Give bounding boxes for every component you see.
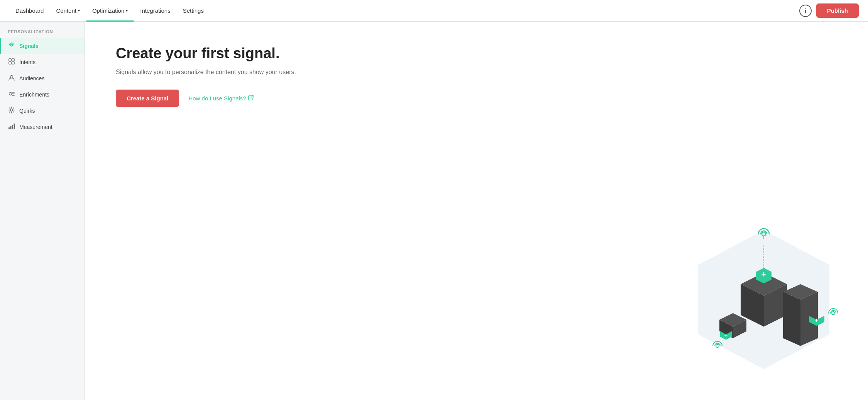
quirks-icon (8, 107, 15, 115)
sidebar-item-quirks[interactable]: Quirks (0, 103, 85, 119)
enrichments-icon (8, 90, 15, 99)
svg-rect-3 (9, 62, 11, 64)
help-link[interactable]: How do I use Signals? (188, 95, 253, 102)
nav-items: Dashboard Content ▾ Optimization ▾ Integ… (9, 0, 799, 22)
nav-label-integrations: Integrations (140, 7, 170, 14)
sidebar-item-measurement[interactable]: Measurement (0, 119, 85, 135)
create-signal-button[interactable]: Create a Signal (116, 90, 179, 107)
sidebar-label-measurement: Measurement (19, 124, 52, 130)
info-icon: i (805, 8, 806, 14)
chevron-down-icon: ▾ (78, 8, 80, 13)
svg-rect-1 (9, 59, 11, 61)
sidebar-item-signals[interactable]: Signals (0, 38, 85, 54)
page-heading: Create your first signal. (116, 45, 837, 63)
nav-item-content[interactable]: Content ▾ (50, 0, 86, 22)
svg-line-15 (9, 108, 10, 108)
svg-point-6 (9, 93, 12, 95)
svg-rect-22 (14, 124, 15, 129)
sidebar-label-signals: Signals (19, 43, 39, 49)
svg-rect-21 (12, 125, 13, 129)
publish-label: Publish (827, 7, 848, 14)
svg-marker-40 (783, 292, 800, 346)
info-button[interactable]: i (799, 5, 812, 17)
svg-rect-19 (8, 127, 10, 129)
chevron-down-icon: ▾ (126, 8, 128, 13)
nav-item-settings[interactable]: Settings (177, 0, 210, 22)
svg-text:+: + (815, 317, 819, 323)
svg-rect-4 (12, 62, 14, 64)
svg-point-0 (11, 44, 13, 46)
svg-line-16 (13, 112, 14, 112)
sidebar-label-enrichments: Enrichments (19, 92, 49, 98)
sidebar-item-enrichments[interactable]: Enrichments (0, 86, 85, 103)
publish-button[interactable]: Publish (816, 3, 859, 18)
svg-point-10 (10, 109, 13, 111)
svg-line-18 (9, 112, 10, 112)
sidebar-label-intents: Intents (19, 59, 36, 65)
nav-label-content: Content (56, 7, 76, 14)
sidebar: PERSONALIZATION Signals (0, 22, 85, 400)
nav-right: i Publish (799, 3, 859, 18)
svg-line-17 (13, 108, 14, 108)
sidebar-item-audiences[interactable]: Audiences (0, 70, 85, 86)
nav-label-dashboard: Dashboard (15, 7, 44, 14)
svg-point-44 (832, 312, 835, 315)
intents-icon (8, 58, 15, 66)
create-signal-label: Create a Signal (127, 95, 168, 102)
page-subtext: Signals allow you to personalize the con… (116, 69, 837, 76)
svg-rect-20 (10, 126, 12, 129)
sidebar-label-quirks: Quirks (19, 108, 35, 114)
nav-label-settings: Settings (183, 7, 204, 14)
signals-illustration: + + (683, 222, 845, 385)
nav-item-optimization[interactable]: Optimization ▾ (86, 0, 134, 22)
app-body: PERSONALIZATION Signals (0, 22, 868, 400)
sidebar-label-audiences: Audiences (19, 75, 44, 81)
actions-row: Create a Signal How do I use Signals? (116, 90, 837, 107)
nav-item-dashboard[interactable]: Dashboard (9, 0, 50, 22)
sidebar-item-intents[interactable]: Intents (0, 54, 85, 70)
svg-text:+: + (724, 332, 728, 338)
top-nav: Dashboard Content ▾ Optimization ▾ Integ… (0, 0, 868, 22)
measurement-icon (8, 123, 15, 131)
audiences-icon (8, 74, 15, 83)
nav-label-optimization: Optimization (92, 7, 124, 14)
svg-rect-2 (12, 59, 14, 61)
external-link-icon (248, 95, 254, 102)
signals-icon (8, 42, 15, 50)
main-content: Create your first signal. Signals allow … (85, 22, 868, 400)
svg-point-38 (716, 344, 719, 347)
sidebar-section-label: PERSONALIZATION (0, 29, 85, 38)
nav-item-integrations[interactable]: Integrations (134, 0, 176, 22)
svg-line-23 (250, 95, 253, 98)
help-link-text: How do I use Signals? (188, 95, 246, 102)
svg-text:+: + (761, 269, 766, 279)
